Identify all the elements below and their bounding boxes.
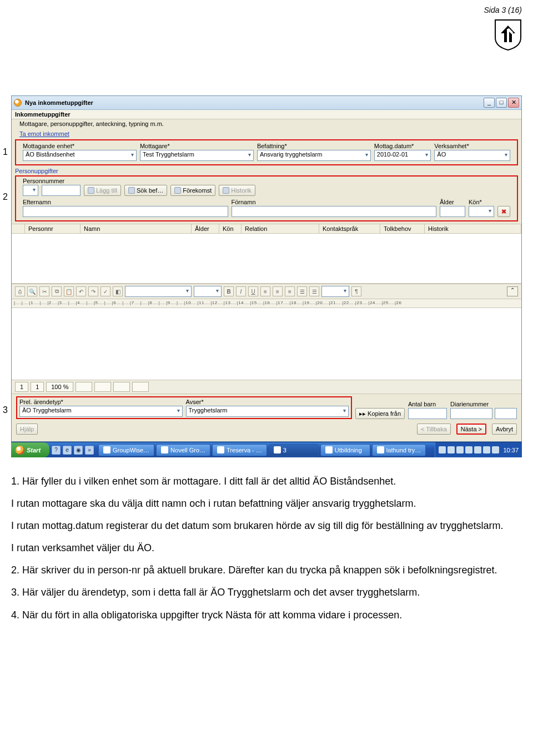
- alder-input[interactable]: [440, 206, 465, 217]
- search-icon: [128, 187, 135, 194]
- taskbar-utbildning[interactable]: Utbildning: [320, 444, 370, 456]
- lock-icon: [88, 187, 94, 194]
- personnummer-prefix-select[interactable]: [23, 185, 38, 196]
- section-heading: Inkommetuppgifter: [12, 110, 521, 119]
- diarienummer-suffix[interactable]: [495, 408, 517, 419]
- efternamn-label: Efternamn: [23, 199, 228, 205]
- pilcrow-icon[interactable]: ¶: [351, 286, 361, 296]
- app-icon: [217, 446, 224, 453]
- lagg-till-button[interactable]: Lägg till: [84, 185, 121, 196]
- app-icon: [274, 446, 281, 453]
- numbers-icon[interactable]: ☰: [309, 286, 319, 296]
- mottag-enhet-select[interactable]: ÄO Biståndsenhet: [23, 150, 137, 161]
- align-right-icon[interactable]: ≡: [285, 286, 295, 296]
- mottag-datum-select[interactable]: 2010-02-01: [374, 150, 431, 161]
- arendetyp-label: Prel. ärendetyp*: [19, 399, 183, 405]
- mottagare-select[interactable]: Test Trygghetslarm: [140, 150, 254, 161]
- spellcheck-icon[interactable]: ✓: [100, 286, 110, 296]
- print-icon[interactable]: ⎙: [15, 286, 25, 296]
- forekomst-icon: [174, 187, 181, 194]
- tray-icon[interactable]: [456, 446, 464, 453]
- taskbar-groupwise[interactable]: GroupWise…: [98, 444, 154, 456]
- avbryt-button[interactable]: Avbryt: [492, 424, 517, 435]
- redo-icon[interactable]: ↷: [88, 286, 98, 296]
- taskbar-treserva[interactable]: Treserva - …: [212, 444, 267, 456]
- copy-icon[interactable]: ⧉: [52, 286, 62, 296]
- antal-barn-input[interactable]: [408, 408, 447, 419]
- undo-icon[interactable]: ↶: [76, 286, 86, 296]
- annotation-3: 3: [3, 405, 8, 415]
- tray-icon[interactable]: [492, 446, 499, 453]
- personnummer-input[interactable]: [42, 185, 81, 196]
- hjalp-button[interactable]: Hjälp: [16, 424, 38, 435]
- size-select[interactable]: [194, 286, 222, 297]
- paste-icon[interactable]: 📋: [64, 286, 74, 296]
- quicklaunch-more-icon[interactable]: »: [85, 446, 94, 455]
- italic-icon[interactable]: I: [236, 286, 246, 296]
- align-left-icon[interactable]: ≡: [260, 286, 270, 296]
- nasta-button[interactable]: Nästa >: [456, 424, 486, 435]
- preview-icon[interactable]: 🔍: [27, 286, 37, 296]
- app-icon: [14, 99, 22, 107]
- verksamhet-select[interactable]: ÄO: [434, 150, 510, 161]
- mottag-enhet-label: Mottagande enhet*: [23, 143, 137, 149]
- alder-label: Ålder: [440, 199, 465, 205]
- tray-icon[interactable]: [474, 446, 481, 453]
- style-select[interactable]: [321, 286, 349, 297]
- underline-icon[interactable]: U: [248, 286, 258, 296]
- tray-icon[interactable]: [465, 446, 472, 453]
- kon-select[interactable]: [469, 206, 494, 217]
- tray-icon[interactable]: [439, 446, 446, 453]
- kon-label: Kön*: [469, 199, 494, 205]
- personnummer-label: Personnummer: [23, 178, 38, 184]
- clear-button[interactable]: ✖: [497, 206, 510, 217]
- rich-text-editor[interactable]: [12, 308, 521, 380]
- para-3: 3. Här väljer du ärendetyp, som i detta …: [11, 585, 522, 599]
- forekomst-button[interactable]: Förekomst: [170, 185, 215, 196]
- quicklaunch-ie-icon[interactable]: e: [63, 446, 72, 455]
- page-number: Sida 3 (16): [11, 6, 522, 14]
- tillbaka-button[interactable]: < Tillbaka: [417, 424, 451, 435]
- sok-bef-button[interactable]: Sök bef…: [124, 185, 167, 196]
- bold-icon[interactable]: B: [224, 286, 234, 296]
- expand-button[interactable]: ⌃: [507, 286, 518, 296]
- align-center-icon[interactable]: ≡: [273, 286, 283, 296]
- maximize-button[interactable]: □: [496, 98, 507, 108]
- taskbar: Start ? e ◉ » GroupWise… Novell Gro… Tre…: [11, 442, 522, 457]
- avser-select[interactable]: Trygghetslarm: [186, 406, 349, 417]
- tray-icon[interactable]: [447, 446, 455, 453]
- taskbar-lathund[interactable]: lathund try…: [372, 444, 426, 456]
- close-button[interactable]: ✕: [508, 98, 519, 108]
- kopiera-fran-button[interactable]: ▸▸ Kopiera från: [355, 408, 405, 419]
- para-4: 4. När du fört in alla obligatoriska upp…: [11, 608, 522, 622]
- fornamn-input[interactable]: [232, 206, 437, 217]
- system-tray: 10:37: [435, 442, 522, 457]
- status-a: 1: [15, 382, 28, 392]
- historik-button[interactable]: Historik: [219, 185, 255, 196]
- para-1b: I rutan mottagare ska du välja ditt namn…: [11, 496, 522, 511]
- ta-emot-link[interactable]: Ta emot inkommet: [19, 130, 69, 137]
- bullets-icon[interactable]: ☰: [297, 286, 307, 296]
- quicklaunch-media-icon[interactable]: ◉: [74, 446, 83, 455]
- minimize-button[interactable]: _: [484, 98, 495, 108]
- taskbar-novell[interactable]: Novell Gro…: [156, 444, 210, 456]
- insert-icon[interactable]: ◧: [113, 286, 123, 296]
- cut-icon[interactable]: ✂: [39, 286, 49, 296]
- para-1d: I rutan verksamhet väljer du ÄO.: [11, 541, 522, 555]
- diarienummer-label: Diarienummer: [450, 401, 517, 407]
- status-b: 1: [31, 382, 44, 392]
- window-title: Nya inkommetuppgifter: [25, 99, 484, 106]
- befattning-select[interactable]: Ansvarig trygghetslarm: [257, 150, 371, 161]
- diarienummer-input[interactable]: [450, 408, 492, 419]
- arendetyp-select[interactable]: ÄO Trygghetslarm: [19, 406, 183, 417]
- ruler: |….|….|1….|….|2….|3….|….|4….|….|5….|….|6…: [12, 299, 521, 308]
- start-button[interactable]: Start: [11, 442, 49, 457]
- efternamn-input[interactable]: [23, 206, 228, 217]
- fornamn-label: Förnamn: [232, 199, 437, 205]
- font-select[interactable]: [125, 286, 192, 297]
- quicklaunch-help-icon[interactable]: ?: [52, 446, 61, 455]
- annotation-2: 2: [3, 192, 8, 202]
- folder-icon: [325, 446, 333, 453]
- tray-icon[interactable]: [483, 446, 490, 453]
- taskbar-three[interactable]: 3: [269, 444, 319, 456]
